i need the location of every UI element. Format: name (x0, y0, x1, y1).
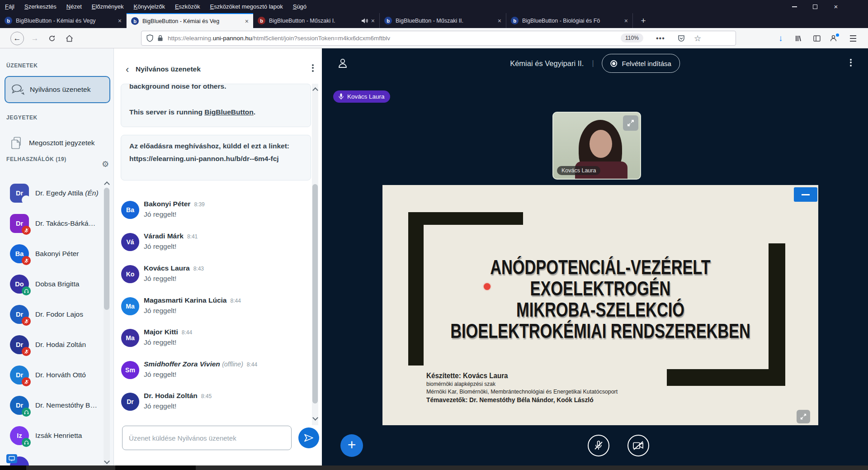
zoom-level-badge[interactable]: 110% (621, 33, 643, 43)
window-close-button[interactable]: × (826, 0, 846, 13)
url-bar[interactable]: https://elearning.uni-pannon.hu/html5cli… (141, 31, 736, 46)
forward-button[interactable]: → (28, 28, 42, 48)
user-list-item[interactable]: Ba Bakonyi Péter (0, 244, 114, 263)
user-name: Dobsa Brigitta (35, 275, 108, 294)
menu-edit[interactable]: Szerkesztés (19, 0, 61, 13)
window-maximize-button[interactable] (805, 0, 826, 13)
participants-icon[interactable] (337, 57, 348, 71)
tab-1[interactable]: b BigBlueButton - Kémiai és Vegy × (0, 13, 127, 28)
chat-scroll-up-icon[interactable] (313, 88, 317, 92)
hamburger-menu-button[interactable] (846, 28, 860, 48)
tab-5[interactable]: b BigBlueButton - Biológiai és Fö × (506, 13, 633, 28)
chat-message: Ma Magasmarti Karina Lúcia8:44 Jó reggel… (114, 296, 313, 324)
presentation-fullscreen-button[interactable] (797, 410, 810, 423)
user-name: Izsák Henrietta (35, 426, 108, 445)
sidebar-item-public-chat[interactable]: Nyilvános üzenetek (5, 76, 110, 103)
options-kebab-icon[interactable] (846, 57, 855, 69)
welcome-clipped-line: background noise for others. (129, 84, 226, 93)
reload-button[interactable] (45, 28, 59, 48)
tab-close-icon[interactable]: × (624, 17, 628, 24)
public-chat-label: Nyilvános üzenetek (30, 85, 90, 94)
tab-close-icon[interactable]: × (245, 18, 249, 25)
sidebar-item-shared-notes[interactable]: Megosztott jegyzetek (5, 133, 110, 152)
message-text: Jó reggelt! (144, 338, 176, 347)
url-text: https://elearning.uni-pannon.hu/html5cli… (168, 35, 390, 42)
chat-back-chevron-icon[interactable]: ‹ (126, 64, 129, 76)
send-message-button[interactable] (298, 427, 319, 448)
tab-close-icon[interactable]: × (371, 17, 375, 24)
back-button[interactable]: ← (10, 28, 24, 48)
user-name: Dr. Egedy Attila (Én) (35, 184, 108, 203)
scrollbar-thumb[interactable] (312, 184, 318, 404)
new-tab-button[interactable]: + (637, 14, 650, 27)
sidebars-button[interactable] (810, 28, 824, 48)
chat-scrollbar[interactable] (312, 84, 318, 425)
window-minimize-button[interactable] (784, 0, 805, 13)
menu-view[interactable]: Nézet (61, 0, 87, 13)
chat-bubbles-icon (11, 84, 24, 95)
back-arrow-icon: ← (10, 32, 24, 45)
unmute-microphone-button[interactable] (588, 435, 609, 456)
manage-users-gear-icon[interactable]: ⚙ (100, 159, 110, 169)
webcam-fullscreen-button[interactable] (623, 115, 638, 131)
menu-shared-tabs[interactable]: Eszközöket megosztó lapok (205, 0, 288, 13)
user-list-item[interactable]: Iz Izsák Henrietta (0, 426, 114, 445)
tab-close-icon[interactable]: × (498, 17, 501, 24)
chat-options-kebab-icon[interactable] (308, 63, 317, 75)
welcome-message-box: background noise for others. This server… (121, 84, 311, 127)
bigbluebutton-link[interactable]: BigBlueButton (204, 108, 253, 116)
user-list-item[interactable]: Dr Dr. Horváth Ottó (0, 366, 114, 385)
menu-history[interactable]: Előzmények (87, 0, 129, 13)
scrollbar-thumb[interactable] (104, 188, 109, 310)
notification-dot (836, 33, 839, 37)
minimize-presentation-button[interactable] (794, 187, 817, 202)
tab-audio-icon[interactable] (361, 18, 368, 24)
tab-3[interactable]: b BigBlueButton - Műszaki I. × (253, 13, 380, 28)
user-list-scrollbar[interactable] (104, 190, 110, 465)
pocket-icon[interactable] (678, 31, 685, 45)
user-list-item[interactable]: Dr Dr. Hodai Zoltán (0, 335, 114, 354)
actions-plus-button[interactable]: + (340, 434, 363, 457)
webcam-video[interactable]: Kovács Laura (552, 112, 641, 180)
tab-close-icon[interactable]: × (118, 17, 122, 24)
page-actions-icon[interactable]: ••• (656, 31, 665, 45)
start-recording-button[interactable]: Felvétel indítása (602, 54, 680, 73)
bookmark-star-icon[interactable]: ☆ (694, 31, 701, 45)
meeting-title: Kémiai és Vegyipari II. (510, 59, 584, 68)
webcam-name-label: Kovács Laura (557, 166, 600, 175)
user-scroll-down-icon[interactable] (105, 459, 109, 463)
menu-bookmarks[interactable]: Könyvjelzők (129, 0, 170, 13)
menu-file[interactable]: Fájl (0, 0, 19, 13)
share-webcam-button[interactable] (627, 435, 649, 456)
account-button[interactable] (826, 28, 840, 48)
message-text: Jó reggelt! (144, 242, 176, 251)
message-author: Kovács Laura8:43 (144, 264, 204, 272)
bbb-main-area: Kémiai és Vegyipari II. | Felvétel indít… (322, 48, 868, 465)
tab-4[interactable]: b BigBlueButton - Műszaki II. × (380, 13, 506, 28)
firefox-menubar: Fájl Szerkesztés Nézet Előzmények Könyvj… (0, 0, 868, 13)
library-icon (795, 35, 802, 42)
chat-message: Dr Dr. Hodai Zoltán8:45 Jó reggelt! (114, 392, 313, 420)
chat-message-input[interactable] (122, 426, 292, 450)
user-list-item[interactable]: Dr Dr. Nemestóthy B… (0, 396, 114, 415)
talking-name: Kovács Laura (347, 93, 385, 100)
library-button[interactable] (792, 28, 806, 48)
chat-scroll-down-icon[interactable] (313, 416, 317, 420)
user-list-item[interactable]: Do Dobsa Brigitta (0, 275, 114, 294)
chat-message: Ma Major Kitti8:44 Jó reggelt! (114, 328, 313, 356)
user-list-item[interactable]: Dr Dr. Takács-Bárká… (0, 214, 114, 233)
muted-mic-badge (22, 377, 31, 386)
menu-tools[interactable]: Eszközök (170, 0, 205, 13)
presentation-slide[interactable]: ANÓDPOTENCIÁL-VEZÉRELT EXOELEKTROGÉN MIK… (382, 185, 818, 425)
user-list-item[interactable]: Dr Dr. Fodor Lajos (0, 305, 114, 324)
user-list-item[interactable]: Dr Dr. Egedy Attila (Én) (0, 184, 114, 203)
home-button[interactable] (62, 28, 76, 48)
tab-2-active[interactable]: b BigBlueButton - Kémiai és Veg × (127, 13, 253, 28)
avatar: Dr (121, 393, 139, 411)
downloads-button[interactable]: ↓ (774, 28, 788, 48)
tracking-protection-shield-icon[interactable] (146, 34, 153, 42)
user-list-item[interactable] (0, 456, 114, 465)
talking-indicator[interactable]: Kovács Laura (333, 90, 390, 103)
https-lock-icon[interactable] (157, 35, 163, 42)
menu-help[interactable]: Súgó (288, 0, 311, 13)
